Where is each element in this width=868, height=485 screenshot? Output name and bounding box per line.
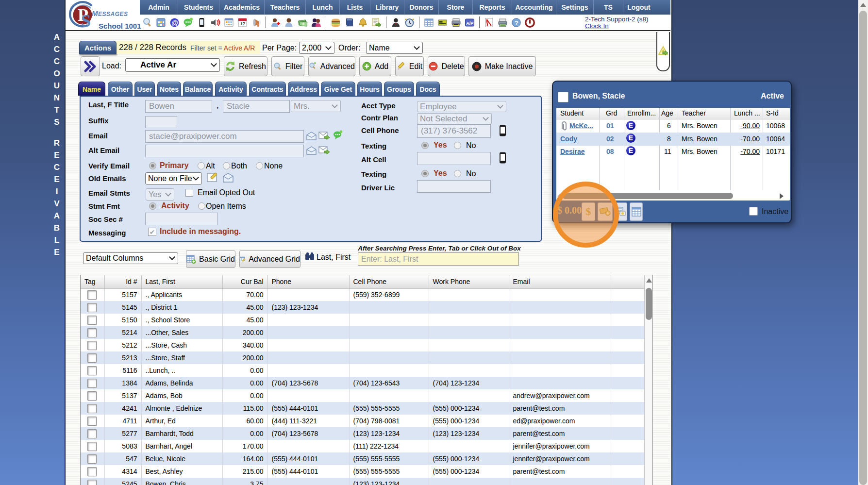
svg-text:@: @ <box>171 18 178 26</box>
svg-text:S: S <box>81 11 91 30</box>
svg-text:17: 17 <box>240 21 245 26</box>
svg-text:A/P: A/P <box>466 20 473 25</box>
svg-text:?: ? <box>514 19 518 26</box>
